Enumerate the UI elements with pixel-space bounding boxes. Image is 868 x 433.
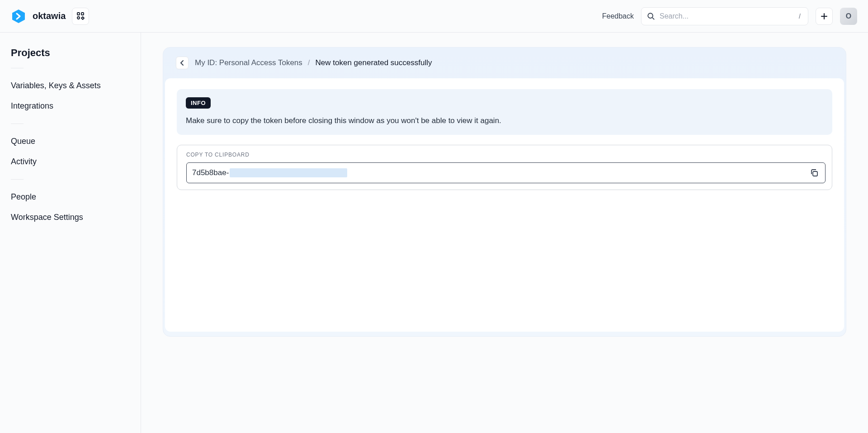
sidebar-item-queue[interactable]: Queue [11,131,130,152]
app-switcher-button[interactable] [72,8,89,25]
back-button[interactable] [176,57,189,69]
svg-line-5 [652,18,654,19]
token-value: 7d5b8bae- [192,168,347,177]
sidebar-divider [11,179,24,180]
sidebar-divider [11,68,24,68]
svg-rect-8 [813,171,817,176]
sidebar-item-activity[interactable]: Activity [11,152,130,172]
svg-point-3 [77,17,80,19]
svg-rect-2 [81,13,84,15]
token-field[interactable]: 7d5b8bae- [186,162,826,183]
info-message: Make sure to copy the token before closi… [186,115,823,127]
breadcrumb-current: New token generated successfully [316,58,432,67]
sidebar-item-variables-keys-assets[interactable]: Variables, Keys & Assets [11,76,130,96]
card-body: INFO Make sure to copy the token before … [165,78,844,332]
card-header: My ID: Personal Access Tokens / New toke… [163,48,846,78]
token-redacted [230,168,347,177]
content-card: My ID: Personal Access Tokens / New toke… [163,47,846,337]
token-prefix: 7d5b8bae- [192,168,229,177]
breadcrumbs: My ID: Personal Access Tokens / New toke… [195,58,432,67]
search-box[interactable]: / [641,7,808,25]
sidebar-item-people[interactable]: People [11,187,130,207]
sidebar-item-workspace-settings[interactable]: Workspace Settings [11,207,130,228]
header-right-group: Feedback / O [602,7,857,25]
sidebar: Projects Variables, Keys & Assets Integr… [0,33,141,433]
search-icon [647,12,655,20]
copy-section: COPY TO CLIPBOARD 7d5b8bae- [177,145,832,190]
search-kbd-hint: / [796,12,803,21]
svg-marker-0 [12,10,25,23]
sidebar-title[interactable]: Projects [11,47,130,59]
app-header: oktawia Feedback / [0,0,868,33]
sidebar-item-integrations[interactable]: Integrations [11,96,130,116]
chevron-left-icon [179,60,185,66]
info-badge: INFO [186,97,211,109]
feedback-link[interactable]: Feedback [602,12,634,20]
breadcrumb-parent[interactable]: My ID: Personal Access Tokens [195,58,302,67]
create-button[interactable] [816,8,833,25]
brand-name[interactable]: oktawia [33,11,66,21]
header-left-group: oktawia [11,8,89,25]
sidebar-divider [11,124,24,124]
user-avatar[interactable]: O [840,8,857,25]
breadcrumb-sep: / [308,58,310,67]
copy-label: COPY TO CLIPBOARD [186,152,826,158]
svg-point-4 [648,13,653,18]
avatar-initial: O [846,12,851,20]
brand-logo[interactable] [11,9,26,24]
main-content: My ID: Personal Access Tokens / New toke… [141,33,868,433]
svg-rect-1 [77,13,80,15]
layout: Projects Variables, Keys & Assets Integr… [0,33,868,433]
search-input[interactable] [660,12,792,20]
copy-icon [810,168,819,177]
app-grid-icon [77,12,85,20]
plus-icon [821,13,828,20]
info-callout: INFO Make sure to copy the token before … [177,89,832,135]
copy-button[interactable] [809,167,820,178]
